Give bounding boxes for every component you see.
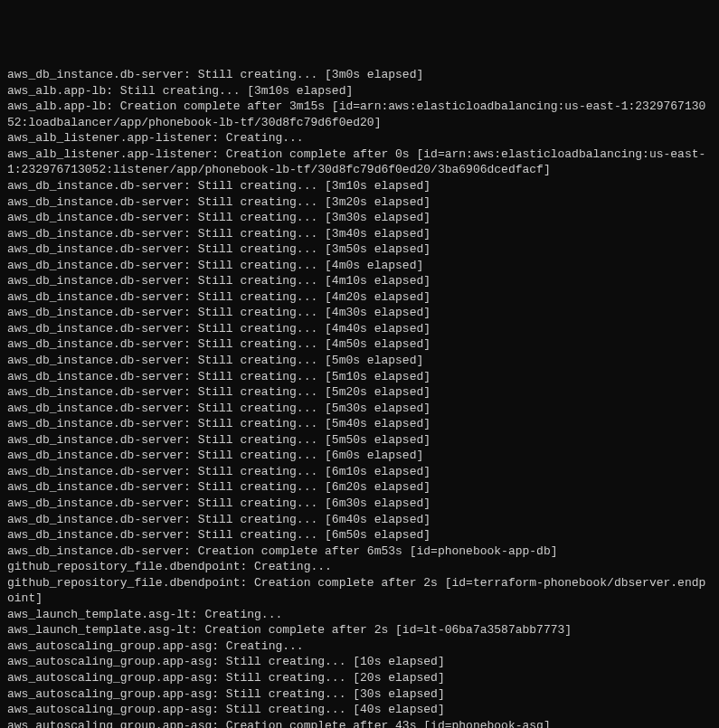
terminal-line: aws_alb.app-lb: Still creating... [3m10s… — [7, 83, 712, 99]
terminal-line: aws_autoscaling_group.app-asg: Still cre… — [7, 654, 712, 670]
terminal-line: aws_db_instance.db-server: Still creatin… — [7, 321, 712, 337]
terminal-line: aws_autoscaling_group.app-asg: Still cre… — [7, 702, 712, 718]
terminal-line: aws_db_instance.db-server: Still creatin… — [7, 479, 712, 496]
terminal-line: aws_db_instance.db-server: Still creatin… — [7, 194, 712, 211]
terminal-line: aws_db_instance.db-server: Still creatin… — [7, 353, 712, 369]
terminal-line: aws_db_instance.db-server: Still creatin… — [7, 384, 712, 401]
terminal-line: aws_db_instance.db-server: Still creatin… — [7, 258, 712, 274]
terminal-line: aws_db_instance.db-server: Still creatin… — [7, 401, 712, 417]
terminal-line: aws_db_instance.db-server: Still creatin… — [7, 496, 712, 512]
terminal-line: aws_db_instance.db-server: Still creatin… — [7, 289, 712, 306]
terminal-line: aws_db_instance.db-server: Still creatin… — [7, 241, 712, 258]
terminal-line: aws_db_instance.db-server: Still creatin… — [7, 512, 712, 528]
terminal-line: aws_launch_template.asg-lt: Creating... — [7, 607, 712, 623]
terminal-line: aws_db_instance.db-server: Still creatin… — [7, 336, 712, 353]
terminal-line: aws_db_instance.db-server: Still creatin… — [7, 432, 712, 449]
terminal-line: github_repository_file.dbendpoint: Creat… — [7, 559, 712, 575]
terminal-line: aws_db_instance.db-server: Still creatin… — [7, 67, 712, 83]
terminal-line: aws_autoscaling_group.app-asg: Creation … — [7, 718, 712, 728]
terminal-line: aws_db_instance.db-server: Still creatin… — [7, 527, 712, 544]
terminal-line: aws_db_instance.db-server: Still creatin… — [7, 226, 712, 242]
terminal-line: github_repository_file.dbendpoint: Creat… — [7, 575, 712, 607]
terminal-line: aws_autoscaling_group.app-asg: Still cre… — [7, 686, 712, 703]
terminal-line: aws_db_instance.db-server: Still creatin… — [7, 464, 712, 480]
terminal-line: aws_autoscaling_group.app-asg: Creating.… — [7, 638, 712, 655]
terminal-line: aws_launch_template.asg-lt: Creation com… — [7, 622, 712, 638]
terminal-line: aws_db_instance.db-server: Creation comp… — [7, 544, 712, 560]
terminal-line: aws_db_instance.db-server: Still creatin… — [7, 305, 712, 321]
terminal-line: aws_alb_listener.app-listener: Creation … — [7, 147, 712, 178]
terminal-output[interactable]: aws_db_instance.db-server: Still creatin… — [7, 67, 712, 728]
terminal-line: aws_db_instance.db-server: Still creatin… — [7, 416, 712, 432]
terminal-line: aws_alb.app-lb: Creation complete after … — [7, 99, 712, 130]
terminal-line: aws_autoscaling_group.app-asg: Still cre… — [7, 670, 712, 686]
terminal-line: aws_db_instance.db-server: Still creatin… — [7, 178, 712, 194]
terminal-line: aws_db_instance.db-server: Still creatin… — [7, 448, 712, 464]
terminal-line: aws_alb_listener.app-listener: Creating.… — [7, 130, 712, 147]
terminal-line: aws_db_instance.db-server: Still creatin… — [7, 210, 712, 226]
terminal-line: aws_db_instance.db-server: Still creatin… — [7, 273, 712, 289]
terminal-line: aws_db_instance.db-server: Still creatin… — [7, 369, 712, 385]
